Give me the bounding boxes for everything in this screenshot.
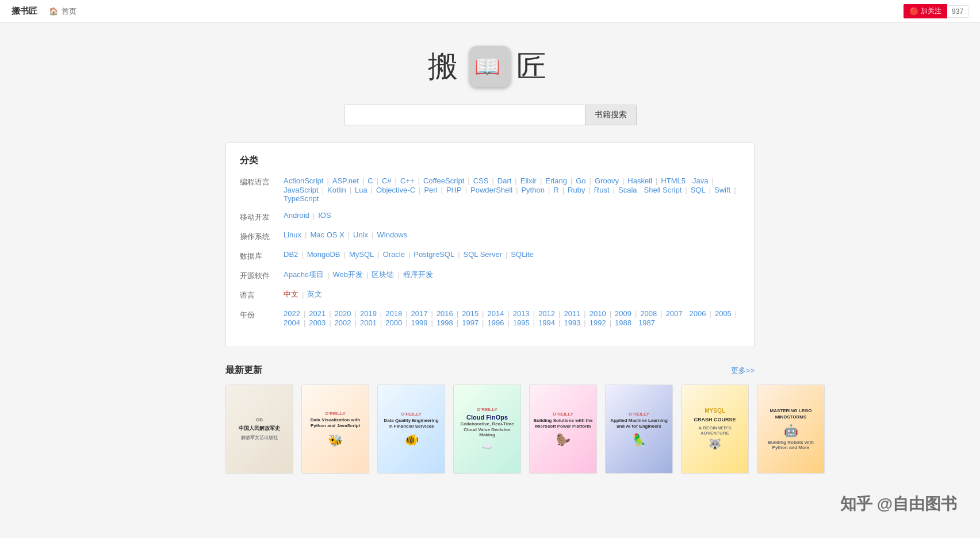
cat-link-1995[interactable]: 1995 — [510, 318, 533, 327]
cat-link-webdev[interactable]: Web开发 — [329, 270, 366, 280]
cat-link-swift[interactable]: Swift — [711, 186, 734, 194]
cat-link-coffeescript[interactable]: CoffeeScript — [420, 176, 468, 185]
cat-link-python[interactable]: Python — [518, 186, 548, 194]
cat-link-javascript[interactable]: JavaScript — [280, 186, 322, 194]
cat-link-haskell[interactable]: Haskell — [624, 176, 656, 185]
cat-link-postgresql[interactable]: PostgreSQL — [410, 250, 458, 259]
book-card-2[interactable]: O'REILLY Data Visualization with Python … — [301, 385, 369, 474]
book-card-1[interactable]: GB 中国人民解放军史 解放军文艺出版社 — [225, 385, 293, 474]
cat-link-2010[interactable]: 2010 — [586, 309, 610, 318]
cat-link-rust[interactable]: Rust — [591, 186, 613, 194]
cat-link-2005[interactable]: 2005 — [711, 309, 735, 318]
cat-link-csharp[interactable]: C# — [378, 176, 395, 185]
cat-link-2016[interactable]: 2016 — [433, 309, 457, 318]
cat-link-1992[interactable]: 1992 — [586, 318, 610, 327]
cat-link-linux[interactable]: Linux — [280, 230, 305, 239]
book-card-8[interactable]: MASTERING LEGO MINDSTORMS 🤖 Building Rob… — [757, 385, 825, 474]
cat-link-android[interactable]: Android — [280, 211, 313, 220]
cat-link-sql[interactable]: SQL — [687, 186, 709, 194]
cat-link-lua[interactable]: Lua — [351, 186, 371, 194]
cat-link-2002[interactable]: 2002 — [331, 318, 355, 327]
cat-link-blockchain[interactable]: 区块链 — [368, 270, 397, 280]
cat-link-powdershell[interactable]: PowderShell — [467, 186, 516, 194]
cat-link-apache[interactable]: Apache项目 — [280, 270, 327, 280]
cat-link-go[interactable]: Go — [572, 176, 589, 185]
cat-link-sqlserver[interactable]: SQL Server — [460, 250, 506, 259]
more-link[interactable]: 更多>> — [731, 366, 755, 376]
cat-link-sqlite[interactable]: SQLite — [507, 250, 537, 259]
cat-link-2006[interactable]: 2006 — [686, 309, 710, 318]
cat-link-2004[interactable]: 2004 — [280, 318, 304, 327]
cat-link-erlang[interactable]: Erlang — [542, 176, 571, 185]
cat-link-chinese[interactable]: 中文 — [280, 289, 302, 299]
cat-link-2020[interactable]: 2020 — [331, 309, 355, 318]
search-button[interactable]: 书籍搜索 — [585, 105, 637, 125]
cat-link-elixir[interactable]: Elixir — [517, 176, 540, 185]
cat-links-year: 2022| 2021| 2020| 2019| 2018| 2017| 2016… — [280, 309, 740, 327]
cat-link-macosx[interactable]: Mac OS X — [307, 230, 347, 239]
cat-link-mysql[interactable]: MySQL — [346, 250, 377, 259]
cat-link-scala[interactable]: Scala — [615, 186, 641, 194]
cat-link-c[interactable]: C — [364, 176, 376, 185]
cat-link-shellscript[interactable]: Shell Script — [641, 186, 686, 194]
cat-link-2012[interactable]: 2012 — [535, 309, 558, 318]
cat-link-css[interactable]: CSS — [470, 176, 492, 185]
search-input[interactable] — [344, 105, 585, 125]
cat-link-windows[interactable]: Windows — [374, 230, 411, 239]
cat-link-cpp[interactable]: C++ — [397, 176, 418, 185]
cat-link-1988[interactable]: 1988 — [611, 318, 635, 327]
cat-link-oracle[interactable]: Oracle — [380, 250, 408, 259]
book-card-5[interactable]: O'REILLY Building Solutions with the Mic… — [529, 385, 597, 474]
follow-label: 加关注 — [921, 6, 941, 16]
cat-link-actionscript[interactable]: ActionScript — [280, 176, 327, 185]
cat-link-typescript[interactable]: TypeScript — [280, 194, 322, 203]
cat-link-2014[interactable]: 2014 — [484, 309, 508, 318]
cat-link-1987[interactable]: 1987 — [635, 318, 659, 327]
cat-link-2015[interactable]: 2015 — [458, 309, 482, 318]
cat-link-2008[interactable]: 2008 — [637, 309, 660, 318]
cat-link-2003[interactable]: 2003 — [305, 318, 329, 327]
cat-link-ruby[interactable]: Ruby — [564, 186, 588, 194]
book-card-6[interactable]: O'REILLY Applied Machine Learning and AI… — [605, 385, 673, 474]
book-card-4[interactable]: O'REILLY Cloud FinOps Collaborative, Rea… — [453, 385, 521, 474]
cat-link-1993[interactable]: 1993 — [560, 318, 584, 327]
cat-link-unix[interactable]: Unix — [350, 230, 372, 239]
cat-link-2001[interactable]: 2001 — [357, 318, 380, 327]
cat-link-2000[interactable]: 2000 — [382, 318, 405, 327]
cat-link-1996[interactable]: 1996 — [484, 318, 508, 327]
cat-link-html5[interactable]: HTML5 — [657, 176, 689, 185]
cat-link-kotlin[interactable]: Kotlin — [324, 186, 350, 194]
cat-link-2018[interactable]: 2018 — [382, 309, 405, 318]
cat-link-aspnet[interactable]: ASP.net — [329, 176, 362, 185]
cat-link-dart[interactable]: Dart — [494, 176, 515, 185]
cat-link-1994[interactable]: 1994 — [535, 318, 558, 327]
cat-link-2007[interactable]: 2007 — [663, 309, 686, 318]
cat-link-2021[interactable]: 2021 — [305, 309, 329, 318]
cat-link-2022[interactable]: 2022 — [280, 309, 304, 318]
cat-link-objectivec[interactable]: Objective-C — [373, 186, 419, 194]
cat-link-groovy[interactable]: Groovy — [591, 176, 622, 185]
cat-link-2011[interactable]: 2011 — [560, 309, 584, 318]
cat-link-1998[interactable]: 1998 — [433, 318, 457, 327]
cat-link-perl[interactable]: Perl — [420, 186, 441, 194]
cat-link-2019[interactable]: 2019 — [357, 309, 380, 318]
cat-link-r[interactable]: R — [550, 186, 562, 194]
cat-link-php[interactable]: PHP — [443, 186, 465, 194]
cat-link-2017[interactable]: 2017 — [408, 309, 431, 318]
cat-link-db2[interactable]: DB2 — [280, 250, 301, 259]
home-label[interactable]: 首页 — [62, 6, 76, 17]
cat-link-1997[interactable]: 1997 — [458, 318, 482, 327]
book-card-7[interactable]: MYSQL CRASH COURSE A BEGINNER'S ADVENTUR… — [681, 385, 749, 474]
book-cover-6: O'REILLY Applied Machine Learning and AI… — [605, 385, 673, 474]
follow-button[interactable]: 🔴 加关注 — [904, 4, 947, 18]
cat-link-2013[interactable]: 2013 — [510, 309, 533, 318]
cat-link-1999[interactable]: 1999 — [408, 318, 431, 327]
book-card-3[interactable]: O'REILLY Data Quality Engineering in Fin… — [377, 385, 445, 474]
book-cover-content-6: O'REILLY Applied Machine Learning and AI… — [606, 385, 672, 473]
cat-link-ios[interactable]: IOS — [315, 211, 334, 220]
cat-link-mongodb[interactable]: MongoDB — [304, 250, 344, 259]
cat-link-english[interactable]: 英文 — [304, 289, 326, 299]
cat-link-progdev[interactable]: 程序开发 — [400, 270, 437, 280]
cat-link-2009[interactable]: 2009 — [611, 309, 635, 318]
cat-link-java[interactable]: Java — [689, 176, 711, 185]
